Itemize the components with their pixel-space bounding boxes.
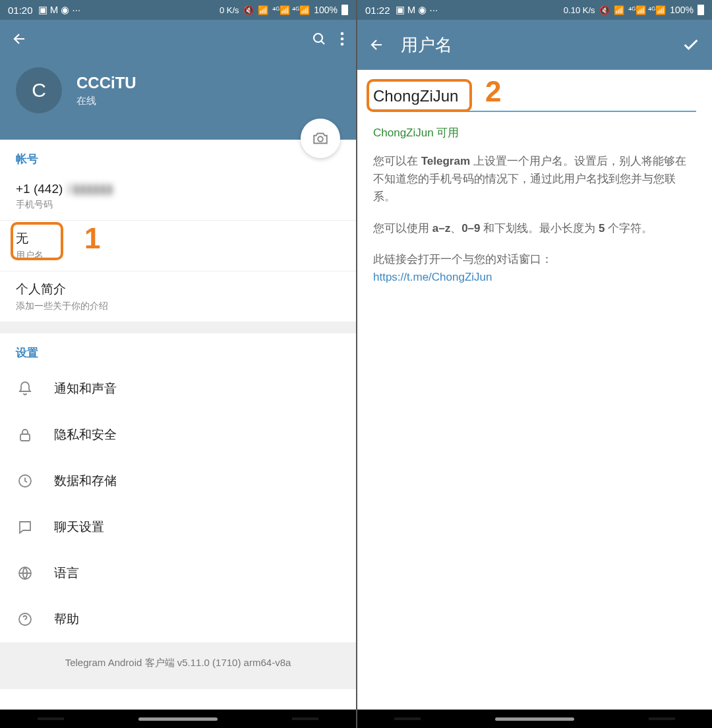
bio-item[interactable]: 个人简介 添加一些关于你的介绍 — [0, 271, 356, 322]
settings-chat[interactable]: 聊天设置 — [0, 504, 356, 550]
toolbar — [0, 20, 356, 58]
phone-left: 01:20 ▣ M ◉ ··· 0 K/s 🔇 📶 ⁴ᴳ📶 ⁴ᴳ📶 100% C… — [0, 0, 356, 728]
svg-point-0 — [314, 34, 322, 42]
profile-name: CCCiTU — [76, 74, 136, 92]
status-notification-icons: ▣ M ◉ ··· — [396, 4, 438, 16]
nav-bar — [0, 710, 356, 728]
profile-status: 在线 — [76, 95, 136, 107]
divider — [0, 322, 356, 333]
settings-help[interactable]: 帮助 — [0, 596, 356, 642]
clock-icon — [16, 472, 34, 490]
username-input-wrap — [373, 87, 696, 112]
status-bar: 01:22 ▣ M ◉ ··· 0.10 K/s 🔇 📶 ⁴ᴳ📶 ⁴ᴳ📶 100… — [357, 0, 712, 20]
nav-bar — [357, 710, 712, 728]
battery-icon — [697, 5, 704, 15]
status-bar: 01:20 ▣ M ◉ ··· 0 K/s 🔇 📶 ⁴ᴳ📶 ⁴ᴳ📶 100% — [0, 0, 356, 20]
username-value: 无 — [16, 230, 340, 247]
username-input[interactable] — [373, 87, 696, 105]
content: ChongZiJun 可用 您可以在 Telegram 上设置一个用户名。设置后… — [357, 70, 712, 710]
settings-language[interactable]: 语言 — [0, 550, 356, 596]
settings-section-title: 设置 — [0, 333, 356, 366]
version-footer: Telegram Android 客户端 v5.11.0 (1710) arm6… — [0, 642, 356, 689]
mute-icon: 🔇 — [599, 5, 610, 15]
username-label: 用户名 — [16, 250, 340, 262]
signal-icon: ⁴ᴳ📶 ⁴ᴳ📶 — [272, 5, 311, 15]
status-battery: 100% — [314, 5, 338, 15]
svg-point-4 — [318, 136, 323, 142]
avatar[interactable]: C — [16, 67, 62, 113]
toolbar: 用户名 — [357, 20, 712, 70]
globe-icon — [16, 564, 34, 582]
svg-point-1 — [341, 32, 344, 36]
mute-icon: 🔇 — [243, 5, 254, 15]
signal-icon: ⁴ᴳ📶 ⁴ᴳ📶 — [628, 5, 667, 15]
bio-label: 添加一些关于你的介绍 — [16, 300, 340, 312]
bell-icon — [16, 379, 34, 398]
status-net-speed: 0 K/s — [220, 5, 239, 15]
status-battery: 100% — [670, 5, 694, 15]
phone-number-item[interactable]: +1 (442) 2▮▮▮▮▮▮ 手机号码 — [0, 172, 356, 221]
battery-icon — [341, 5, 348, 15]
bio-value: 个人简介 — [16, 281, 340, 298]
status-time: 01:20 — [8, 5, 33, 16]
status-notification-icons: ▣ M ◉ ··· — [38, 4, 81, 16]
wifi-icon: 📶 — [258, 5, 268, 15]
help-text-2: 您可以使用 a–z、0–9 和下划线。最小长度为 5 个字符。 — [373, 219, 696, 237]
chat-icon — [16, 518, 34, 536]
phone-number-label: 手机号码 — [16, 199, 340, 211]
status-net-speed: 0.10 K/s — [564, 5, 595, 15]
help-text-1: 您可以在 Telegram 上设置一个用户名。设置后，别人将能够在不知道您的手机… — [373, 152, 696, 206]
settings-notifications[interactable]: 通知和声音 — [0, 366, 356, 412]
svg-point-3 — [341, 43, 344, 46]
help-text-3: 此链接会打开一个与您的对话窗口： — [373, 250, 696, 268]
settings-privacy[interactable]: 隐私和安全 — [0, 412, 356, 458]
camera-button[interactable] — [301, 119, 340, 158]
help-icon — [16, 610, 34, 629]
username-available-text: ChongZiJun 可用 — [373, 125, 696, 140]
wifi-icon: 📶 — [614, 5, 624, 15]
svg-point-2 — [341, 38, 344, 41]
search-button[interactable] — [311, 31, 327, 47]
confirm-button[interactable] — [682, 36, 700, 54]
toolbar-title: 用户名 — [401, 34, 676, 57]
profile-header: C CCCiTU 在线 — [0, 58, 356, 140]
settings-data[interactable]: 数据和存储 — [0, 458, 356, 504]
username-item[interactable]: 无 用户名 1 — [0, 221, 356, 271]
back-button[interactable] — [369, 37, 385, 53]
phone-right: 01:22 ▣ M ◉ ··· 0.10 K/s 🔇 📶 ⁴ᴳ📶 ⁴ᴳ📶 100… — [356, 0, 712, 728]
menu-button[interactable] — [340, 31, 344, 47]
lock-icon — [16, 426, 34, 444]
content: 帐号 +1 (442) 2▮▮▮▮▮▮ 手机号码 无 用户名 1 个人简介 添加… — [0, 140, 356, 710]
svg-rect-5 — [20, 434, 30, 441]
status-time: 01:22 — [365, 5, 390, 16]
username-link[interactable]: https://t.me/ChongZiJun — [373, 271, 492, 283]
back-button[interactable] — [12, 31, 28, 47]
